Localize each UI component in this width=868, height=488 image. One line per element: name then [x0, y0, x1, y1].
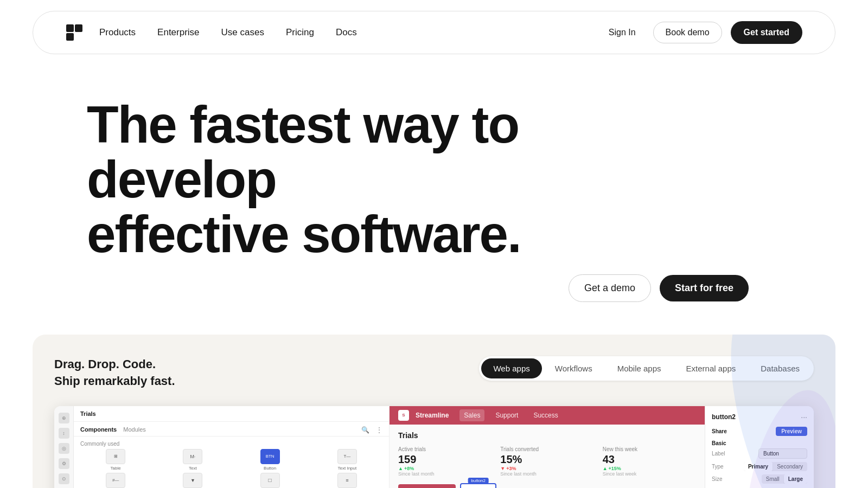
- sign-in-button[interactable]: Sign In: [600, 23, 644, 42]
- comp-select-icon: ▼: [183, 473, 202, 488]
- tab-web-apps[interactable]: Web apps: [481, 358, 541, 378]
- comp-form-icon: ≡: [337, 473, 357, 488]
- strip-icon-2: ↕: [59, 428, 69, 439]
- strip-icon-4: ⚙: [59, 458, 69, 469]
- nav-item-docs[interactable]: Docs: [336, 27, 357, 38]
- action-row: Email customer button2 Button: [398, 483, 696, 488]
- comp-button[interactable]: BTN Button: [233, 449, 308, 471]
- comp-form[interactable]: ≡ Form: [310, 473, 385, 488]
- stat-converted: Trials converted 15% ▼ +3% Since last mo…: [500, 446, 593, 477]
- app-nav-sales[interactable]: Sales: [459, 409, 484, 421]
- hero-title: The fastest way to develop effective sof…: [87, 98, 684, 261]
- right-panel-header: button2 ···: [712, 413, 807, 421]
- panel-trials-title: Trials: [80, 410, 96, 417]
- commonly-used-label: Commonly used: [74, 436, 389, 449]
- demo-tabs: Web apps Workflows Mobile apps External …: [479, 356, 814, 381]
- right-panel-share-btn[interactable]: Share: [712, 428, 727, 434]
- size-large-btn[interactable]: Large: [784, 474, 807, 484]
- label-input[interactable]: Button: [758, 448, 807, 459]
- more-icon[interactable]: ⋮: [376, 426, 382, 434]
- app-topbar: S Streamline Sales Support Success: [390, 406, 705, 425]
- comp-table[interactable]: ⊞ Table: [78, 449, 153, 471]
- comp-text-icon: M·: [183, 449, 202, 464]
- components-tabs: Components Modules 🔍 ⋮: [74, 422, 389, 436]
- nav-links: Products Enterprise Use cases Pricing Do…: [99, 27, 600, 38]
- comp-number[interactable]: #— Number Input: [78, 473, 153, 488]
- comp-container[interactable]: □ Container: [233, 473, 308, 488]
- size-field-row: Size Small Large: [712, 474, 807, 484]
- button-component-button[interactable]: Button: [460, 483, 496, 488]
- button-selected-wrapper: button2 Button: [460, 483, 496, 488]
- type-field-row: Type Primary Secondary: [712, 462, 807, 471]
- strip-icon-3: ◎: [59, 443, 69, 454]
- right-panel-title: button2: [712, 413, 736, 421]
- get-demo-button[interactable]: Get a demo: [569, 274, 651, 302]
- components-panel: Trials Components Modules 🔍 ⋮ Commonly u…: [74, 406, 390, 488]
- app-page-title: Trials: [398, 431, 696, 440]
- nav-item-enterprise[interactable]: Enterprise: [157, 27, 199, 38]
- email-customer-button[interactable]: Email customer: [398, 484, 456, 488]
- strip-icon-5: ⊙: [59, 473, 69, 484]
- type-secondary-btn[interactable]: Secondary: [773, 462, 807, 471]
- comp-number-icon: #—: [106, 473, 125, 488]
- navbar: Products Enterprise Use cases Pricing Do…: [33, 11, 835, 54]
- logo-icon: [66, 24, 83, 41]
- app-nav-support[interactable]: Support: [491, 409, 522, 421]
- logo[interactable]: [66, 24, 83, 41]
- nav-item-products[interactable]: Products: [99, 27, 136, 38]
- comp-text-input-icon: T—: [337, 449, 357, 464]
- tab-modules[interactable]: Modules: [123, 426, 146, 434]
- demo-header: Drag. Drop. Code. Ship remarkably fast. …: [54, 356, 814, 390]
- comp-table-icon: ⊞: [106, 449, 125, 464]
- tab-workflows[interactable]: Workflows: [543, 358, 604, 378]
- search-icon[interactable]: 🔍: [361, 426, 369, 434]
- right-panel: button2 ··· Share Preview Basic Label Bu…: [705, 406, 814, 488]
- get-started-button[interactable]: Get started: [731, 21, 802, 44]
- hero-cta-row: Get a demo Start for free: [569, 274, 749, 302]
- nav-item-pricing[interactable]: Pricing: [286, 27, 314, 38]
- svg-rect-0: [66, 24, 74, 32]
- stat-active-trials: Active trials 159 ▲ +8% Since last month: [398, 446, 492, 477]
- right-panel-more-icon[interactable]: ···: [801, 413, 807, 421]
- book-demo-button[interactable]: Book demo: [653, 22, 722, 43]
- label-field-row: Label Button: [712, 448, 807, 459]
- center-panel: S Streamline Sales Support Success Trial…: [390, 406, 705, 488]
- app-screenshot: ⊕ ↕ ◎ ⚙ ⊙ Trials Components Modules 🔍 ⋮ …: [54, 406, 814, 488]
- tab-external-apps[interactable]: External apps: [674, 358, 748, 378]
- app-brand-name: Streamline: [416, 412, 449, 419]
- comp-text[interactable]: M· Text: [155, 449, 230, 471]
- svg-rect-2: [66, 33, 74, 41]
- demo-tagline: Drag. Drop. Code. Ship remarkably fast.: [54, 356, 175, 390]
- comp-button-icon: BTN: [260, 449, 280, 464]
- comp-text-input[interactable]: T— Text Input: [310, 449, 385, 471]
- comp-container-icon: □: [260, 473, 280, 488]
- size-toggle: Small Large: [762, 474, 807, 484]
- type-primary-btn[interactable]: Primary: [744, 462, 773, 471]
- app-content: Trials Active trials 159 ▲ +8% Since las…: [390, 425, 705, 488]
- tab-mobile-apps[interactable]: Mobile apps: [605, 358, 673, 378]
- size-small-btn[interactable]: Small: [762, 474, 784, 484]
- nav-item-use-cases[interactable]: Use cases: [221, 27, 264, 38]
- strip-icon-1: ⊕: [59, 413, 69, 423]
- components-grid: ⊞ Table M· Text BTN Button T— Text Input…: [74, 449, 389, 488]
- basic-section-header: Basic: [712, 440, 807, 446]
- start-free-button[interactable]: Start for free: [660, 275, 749, 301]
- nav-actions: Sign In Book demo Get started: [600, 21, 802, 44]
- demo-section: Drag. Drop. Code. Ship remarkably fast. …: [33, 335, 835, 488]
- app-nav-success[interactable]: Success: [529, 409, 562, 421]
- hero-section: The fastest way to develop effective sof…: [0, 65, 868, 324]
- preview-button[interactable]: Preview: [776, 427, 807, 436]
- stat-new-week: New this week 43 ▲ +15% Since last week: [603, 446, 696, 477]
- app-logo: S: [398, 410, 409, 421]
- tab-databases[interactable]: Databases: [749, 358, 812, 378]
- svg-rect-1: [75, 24, 82, 32]
- type-toggle: Primary Secondary: [744, 462, 807, 471]
- icon-strip: ⊕ ↕ ◎ ⚙ ⊙: [54, 406, 74, 488]
- comp-select[interactable]: ▼ Select: [155, 473, 230, 488]
- tab-components[interactable]: Components: [80, 426, 117, 434]
- stats-row: Active trials 159 ▲ +8% Since last month…: [398, 446, 696, 477]
